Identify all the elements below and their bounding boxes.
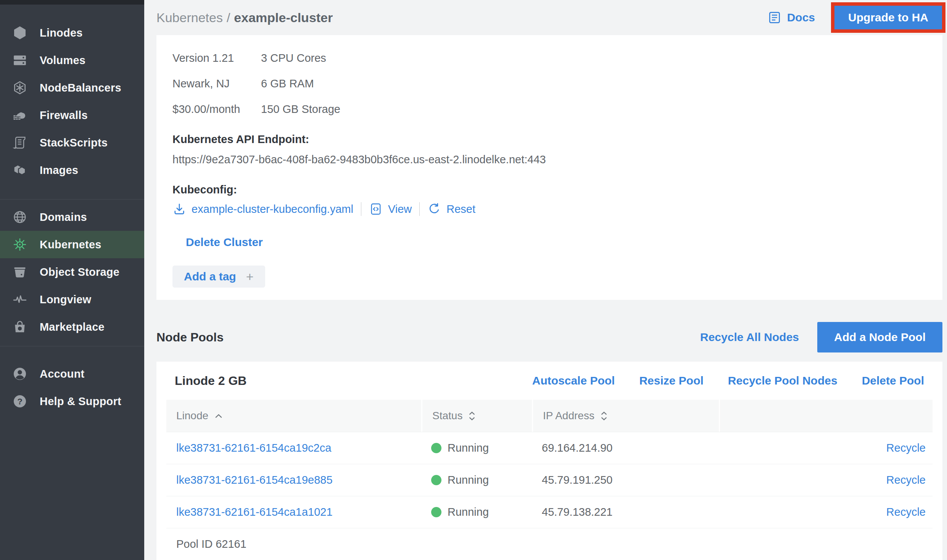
question-icon: ? (11, 393, 28, 410)
sidebar-item-domains[interactable]: Domains (0, 203, 144, 231)
reset-icon (427, 202, 441, 216)
view-label: View (388, 203, 412, 216)
recycle-node-link[interactable]: Recycle (886, 442, 933, 454)
sidebar-item-stackscripts[interactable]: StackScripts (0, 129, 144, 156)
kubernetes-wheel-icon (11, 236, 28, 253)
kubeconfig-view-link[interactable]: View (369, 202, 412, 216)
pool-id-row: Pool ID 62161 (166, 528, 933, 560)
pool-header: Linode 2 GB Autoscale Pool Resize Pool R… (166, 362, 933, 400)
column-header-status[interactable]: Status (421, 400, 532, 432)
status-cell: Running (421, 506, 532, 518)
recycle-all-nodes-link[interactable]: Recycle All Nodes (700, 331, 799, 344)
recycle-node-link[interactable]: Recycle (886, 506, 933, 518)
stackscripts-icon (11, 134, 28, 151)
status-cell: Running (421, 442, 532, 454)
docs-link[interactable]: Docs (767, 10, 815, 25)
kubeconfig-label: Kubeconfig: (172, 183, 926, 196)
add-node-pool-button[interactable]: Add a Node Pool (817, 322, 942, 352)
upgrade-to-ha-button[interactable]: Upgrade to HA (834, 6, 942, 29)
divider (419, 202, 420, 216)
sidebar-item-account[interactable]: Account (0, 360, 144, 388)
sidebar-top-strip (0, 0, 144, 5)
kubeconfig-actions-row: example-cluster-kubeconfig.yaml View Res… (172, 202, 926, 216)
svg-text:?: ? (17, 397, 23, 406)
status-label: Running (448, 474, 489, 486)
api-endpoint-url: https://9e2a7307-b6ac-408f-ba62-9483b0b3… (172, 153, 926, 166)
sidebar-item-label: Account (40, 368, 84, 380)
breadcrumb-separator: / (227, 10, 230, 25)
breadcrumb-current-cluster: example-cluster (234, 10, 333, 25)
sidebar-item-object-storage[interactable]: Object Storage (0, 258, 144, 286)
column-label: IP Address (543, 410, 594, 422)
person-icon (11, 365, 28, 382)
delete-cluster-link[interactable]: Delete Cluster (186, 236, 263, 249)
status-running-dot (431, 507, 441, 517)
node-link[interactable]: lke38731-62161-6154ca1a1021 (166, 506, 421, 518)
delete-pool-link[interactable]: Delete Pool (862, 374, 924, 387)
pulse-icon (11, 291, 28, 308)
sidebar-item-label: Object Storage (40, 266, 119, 278)
cluster-storage: 150 GB Storage (261, 103, 926, 116)
sidebar-item-help-support[interactable]: ? Help & Support (0, 388, 144, 415)
cluster-version: Version 1.21 (172, 52, 261, 64)
column-header-ip-address[interactable]: IP Address (532, 400, 719, 432)
sidebar-item-images[interactable]: Images (0, 156, 144, 184)
sidebar-item-label: Volumes (40, 54, 85, 67)
sort-icon (469, 411, 475, 421)
sidebar-item-label: Linodes (40, 27, 83, 39)
recycle-node-link[interactable]: Recycle (886, 474, 933, 486)
cluster-price: $30.00/month (172, 103, 261, 116)
firewalls-icon (11, 107, 28, 124)
sidebar: Linodes Volumes NodeBalancers Firewalls (0, 0, 144, 560)
sidebar-menu: Linodes Volumes NodeBalancers Firewalls (0, 5, 144, 415)
column-header-actions (719, 400, 933, 432)
api-endpoint-label: Kubernetes API Endpoint: (172, 133, 926, 146)
plus-icon: + (246, 271, 254, 282)
column-label: Status (432, 410, 462, 422)
cluster-cpu: 3 CPU Cores (261, 52, 926, 64)
table-row: lke38731-62161-6154ca19c2ca Running 69.1… (166, 432, 933, 464)
sidebar-item-label: Images (40, 164, 78, 177)
node-pools-header: Node Pools Recycle All Nodes Add a Node … (156, 322, 942, 352)
node-link[interactable]: lke38731-62161-6154ca19e885 (166, 474, 421, 486)
cluster-detail-grid: Version 1.21 3 CPU Cores Newark, NJ 6 GB… (172, 52, 926, 116)
pool-actions: Autoscale Pool Resize Pool Recycle Pool … (532, 374, 924, 387)
sidebar-item-nodebalancers[interactable]: NodeBalancers (0, 74, 144, 101)
volumes-icon (11, 52, 28, 69)
divider (361, 202, 361, 216)
ip-address: 45.79.138.221 (532, 506, 719, 518)
status-running-dot (431, 443, 441, 453)
cluster-ram: 6 GB RAM (261, 77, 926, 90)
sidebar-item-linodes[interactable]: Linodes (0, 19, 144, 47)
sidebar-item-marketplace[interactable]: Marketplace (0, 313, 144, 341)
kubeconfig-reset-link[interactable]: Reset (427, 202, 475, 216)
download-icon (172, 202, 186, 216)
status-label: Running (448, 506, 489, 518)
autoscale-pool-link[interactable]: Autoscale Pool (532, 374, 615, 387)
add-tag-button[interactable]: Add a tag + (172, 266, 265, 288)
kubeconfig-download-link[interactable]: example-cluster-kubeconfig.yaml (172, 202, 353, 216)
table-row: lke38731-62161-6154ca1a1021 Running 45.7… (166, 496, 933, 528)
sidebar-item-firewalls[interactable]: Firewalls (0, 101, 144, 129)
breadcrumb: Kubernetes/example-cluster (156, 10, 767, 25)
column-header-linode[interactable]: Linode (166, 400, 421, 432)
column-label: Linode (176, 410, 208, 422)
bucket-icon (11, 264, 28, 280)
linodes-icon (11, 24, 28, 41)
nodes-table-header: Linode Status IP Address (166, 400, 933, 432)
sidebar-divider (0, 346, 144, 346)
sidebar-item-label: Longview (40, 293, 91, 306)
sidebar-divider (0, 199, 144, 200)
breadcrumb-kubernetes-link[interactable]: Kubernetes (156, 10, 223, 25)
sidebar-item-volumes[interactable]: Volumes (0, 47, 144, 74)
tags-row: Add a tag + (172, 266, 926, 288)
sidebar-item-longview[interactable]: Longview (0, 286, 144, 313)
node-pools-title: Node Pools (156, 330, 700, 344)
recycle-pool-nodes-link[interactable]: Recycle Pool Nodes (728, 374, 837, 387)
status-label: Running (448, 442, 489, 454)
resize-pool-link[interactable]: Resize Pool (639, 374, 703, 387)
node-pool-card: Linode 2 GB Autoscale Pool Resize Pool R… (156, 362, 942, 560)
node-link[interactable]: lke38731-62161-6154ca19c2ca (166, 442, 421, 454)
sidebar-item-kubernetes[interactable]: Kubernetes (0, 231, 144, 258)
code-file-icon (369, 202, 383, 216)
